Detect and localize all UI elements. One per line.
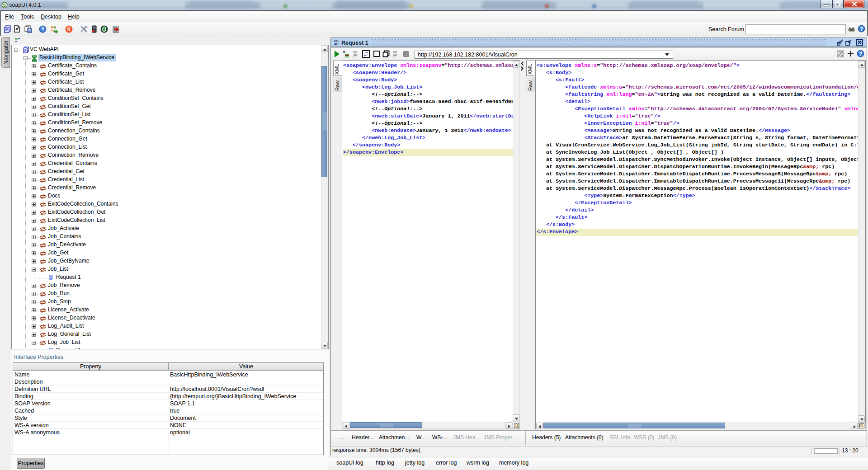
svg-text:?: ? — [42, 27, 45, 32]
svg-text:?: ? — [859, 51, 863, 56]
svg-text:?: ? — [860, 26, 863, 32]
svg-text:S: S — [67, 26, 71, 33]
svg-text:S: S — [3, 3, 6, 8]
